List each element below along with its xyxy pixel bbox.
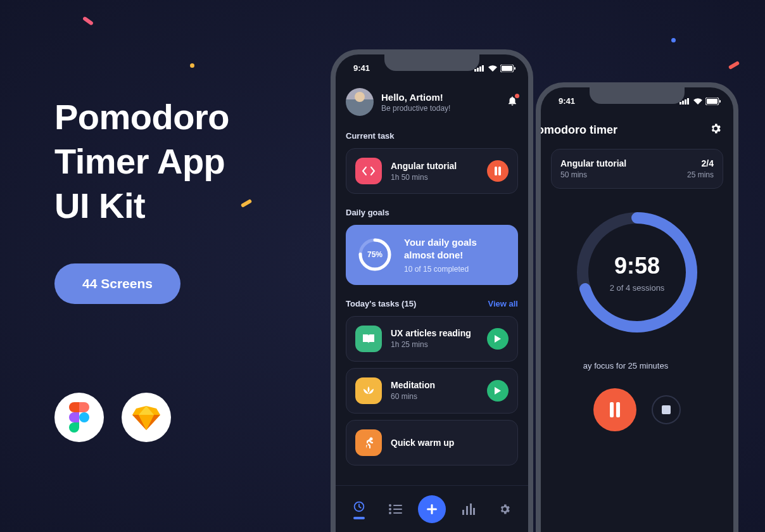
task-title: Meditation bbox=[391, 380, 435, 390]
workout-icon bbox=[355, 429, 382, 456]
task-title: UX articles reading bbox=[391, 328, 471, 338]
confetti-dot bbox=[190, 63, 194, 68]
svg-rect-7 bbox=[682, 101, 684, 104]
task-title: Quick warm up bbox=[391, 438, 454, 448]
svg-rect-9 bbox=[687, 98, 689, 104]
svg-rect-39 bbox=[427, 508, 437, 510]
pause-button[interactable] bbox=[593, 388, 636, 431]
svg-rect-6 bbox=[680, 102, 681, 104]
current-task-card[interactable]: Angular tutorial 1h 50 mins bbox=[346, 148, 518, 194]
timer-display: 9:58 bbox=[614, 253, 660, 279]
svg-rect-25 bbox=[498, 167, 501, 175]
play-button[interactable] bbox=[487, 380, 509, 402]
task-subtitle: 1h 50 mins bbox=[391, 173, 457, 182]
task-subtitle: 50 mins bbox=[560, 170, 626, 179]
page-title: Pomodoro timer bbox=[536, 124, 703, 137]
confetti-dot bbox=[671, 38, 676, 42]
code-icon bbox=[355, 158, 382, 184]
timer-dial: 9:58 2 of 4 sessions bbox=[574, 209, 700, 336]
nav-timer[interactable] bbox=[345, 499, 373, 519]
timer-sessions: 2 of 4 sessions bbox=[610, 283, 665, 293]
daily-goals-card[interactable]: 75% Your daily goals almost done! 10 of … bbox=[346, 225, 518, 285]
focus-caption: ay focus for 25 minutes bbox=[583, 361, 668, 370]
svg-point-0 bbox=[79, 412, 89, 422]
notification-dot bbox=[515, 94, 519, 98]
svg-marker-28 bbox=[495, 335, 501, 343]
svg-point-36 bbox=[389, 512, 391, 514]
goals-sub: 10 of 15 completed bbox=[404, 265, 477, 274]
svg-rect-33 bbox=[393, 505, 402, 506]
svg-rect-37 bbox=[393, 512, 402, 514]
svg-rect-41 bbox=[466, 506, 468, 515]
svg-rect-16 bbox=[616, 402, 620, 417]
nav-tasks[interactable] bbox=[381, 504, 409, 515]
sketch-icon[interactable] bbox=[122, 393, 171, 442]
view-all-link[interactable]: View all bbox=[488, 299, 518, 308]
svg-rect-20 bbox=[482, 65, 484, 72]
task-title: Angular tutorial bbox=[560, 158, 626, 168]
gear-icon[interactable] bbox=[709, 122, 722, 137]
confetti-dot bbox=[82, 16, 94, 25]
hero-title-line: UI Kit bbox=[54, 184, 320, 228]
greeting-sub: Be productive today! bbox=[381, 104, 450, 113]
status-icons bbox=[680, 98, 721, 105]
svg-rect-42 bbox=[470, 504, 472, 515]
task-card[interactable]: Quick warm up bbox=[346, 420, 518, 466]
play-button[interactable] bbox=[487, 328, 509, 350]
nav-stats[interactable] bbox=[455, 504, 483, 515]
bottom-nav bbox=[336, 485, 528, 532]
svg-rect-12 bbox=[719, 100, 721, 103]
task-progress: 2/4 bbox=[687, 158, 714, 168]
phone-timer-screen: 9:41 Pomodoro timer Angular tutorial 50 … bbox=[536, 82, 738, 532]
hero-title-line: Pomodoro bbox=[54, 95, 320, 139]
screens-pill[interactable]: 44 Screens bbox=[54, 263, 180, 304]
nav-settings[interactable] bbox=[491, 503, 519, 516]
section-current-task: Current task bbox=[346, 131, 518, 141]
svg-marker-29 bbox=[495, 387, 501, 395]
status-time: 9:41 bbox=[353, 63, 370, 73]
notifications-button[interactable] bbox=[507, 95, 518, 109]
task-subtitle: 60 mins bbox=[391, 392, 435, 401]
confetti-dot bbox=[728, 61, 740, 70]
task-title: Angular tutorial bbox=[391, 161, 457, 171]
svg-rect-15 bbox=[610, 402, 614, 417]
pause-button[interactable] bbox=[487, 160, 509, 182]
svg-rect-19 bbox=[479, 66, 481, 72]
svg-rect-11 bbox=[707, 99, 718, 104]
svg-point-34 bbox=[389, 508, 391, 510]
avatar[interactable] bbox=[346, 88, 374, 116]
stop-button[interactable] bbox=[652, 395, 681, 424]
phone-notch bbox=[590, 87, 685, 104]
progress-percent: 75% bbox=[357, 237, 393, 272]
svg-rect-35 bbox=[393, 509, 402, 510]
svg-rect-22 bbox=[502, 66, 512, 71]
task-card[interactable]: UX articles reading 1h 25 mins bbox=[346, 316, 518, 362]
book-icon bbox=[355, 326, 382, 352]
goals-title: Your daily goals almost done! bbox=[404, 236, 477, 262]
svg-rect-8 bbox=[685, 99, 686, 104]
task-interval: 25 mins bbox=[687, 170, 714, 179]
status-time: 9:41 bbox=[559, 96, 575, 106]
section-daily-goals: Daily goals bbox=[346, 208, 518, 217]
greeting: Hello, Artiom! bbox=[381, 92, 450, 103]
phone-notch bbox=[384, 54, 479, 71]
svg-rect-18 bbox=[477, 68, 479, 72]
current-task-card[interactable]: Angular tutorial 50 mins 2/4 25 mins bbox=[551, 149, 723, 189]
phone-home-screen: 9:41 Hello, Artiom! Be productive today!… bbox=[331, 49, 533, 532]
svg-rect-17 bbox=[474, 69, 476, 72]
svg-rect-43 bbox=[473, 508, 475, 515]
hero-title: Pomodoro Timer App UI Kit bbox=[54, 95, 320, 228]
progress-ring: 75% bbox=[357, 237, 393, 272]
nav-add[interactable] bbox=[418, 495, 446, 523]
svg-point-32 bbox=[389, 504, 391, 507]
svg-rect-40 bbox=[462, 510, 464, 515]
lotus-icon bbox=[355, 377, 382, 404]
task-subtitle: 1h 25 mins bbox=[391, 340, 471, 349]
svg-rect-24 bbox=[495, 167, 497, 175]
figma-icon[interactable] bbox=[54, 393, 104, 442]
svg-rect-23 bbox=[514, 67, 515, 70]
status-icons bbox=[474, 65, 515, 72]
task-card[interactable]: Meditation 60 mins bbox=[346, 368, 518, 414]
hero-title-line: Timer App bbox=[54, 139, 320, 184]
section-today-tasks: Today's tasks (15) bbox=[346, 299, 416, 308]
